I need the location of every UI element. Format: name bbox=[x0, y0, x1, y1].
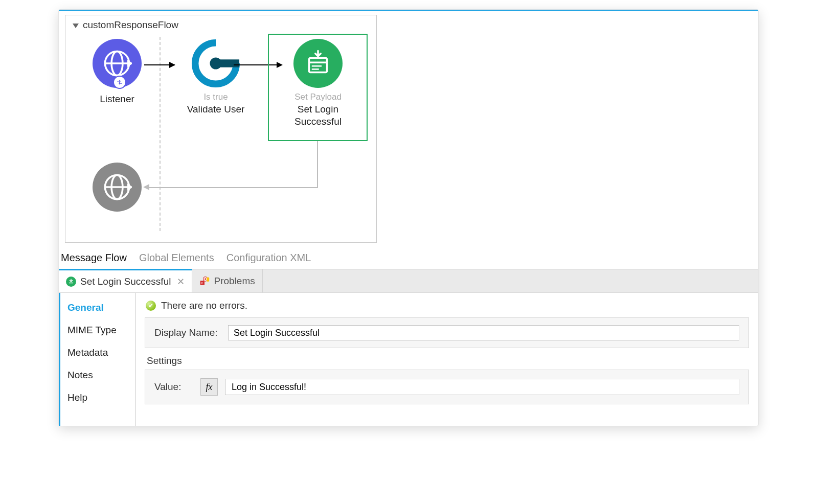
flow-body: Listener Is true Validate User bbox=[73, 34, 369, 233]
set-payload-icon bbox=[293, 39, 343, 88]
side-tab-help[interactable]: Help bbox=[67, 392, 128, 403]
fx-label: fx bbox=[206, 382, 213, 393]
value-input[interactable] bbox=[225, 379, 739, 395]
node-set-payload[interactable]: Set Payload Set Login Successful bbox=[275, 39, 361, 128]
node-validate-title: Validate User bbox=[175, 103, 257, 116]
side-tab-general[interactable]: General bbox=[67, 302, 128, 313]
listener-icon bbox=[93, 39, 142, 88]
node-listener-title: Listener bbox=[84, 93, 150, 105]
properties-main: ✔ There are no errors. Display Name: Set… bbox=[135, 293, 758, 426]
settings-title: Settings bbox=[147, 355, 749, 366]
node-listener[interactable]: Listener bbox=[84, 39, 150, 105]
properties-tab-set-payload[interactable]: Set Login Successful ✕ bbox=[59, 269, 192, 292]
close-icon[interactable]: ✕ bbox=[175, 276, 185, 287]
svg-rect-5 bbox=[220, 59, 239, 67]
properties-tab-problems[interactable]: x Problems bbox=[192, 269, 262, 292]
properties-tabbar: Set Login Successful ✕ x Problems bbox=[59, 269, 758, 293]
node-validate-user[interactable]: Is true Validate User bbox=[175, 39, 257, 116]
validation-message: ✔ There are no errors. bbox=[146, 300, 749, 311]
no-errors-text: There are no errors. bbox=[161, 300, 247, 311]
node-validate-subtitle: Is true bbox=[175, 92, 257, 102]
flow-name: customResponseFlow bbox=[83, 19, 178, 31]
tab-global-elements[interactable]: Global Elements bbox=[139, 252, 214, 264]
side-tab-metadata[interactable]: Metadata bbox=[67, 347, 128, 358]
display-name-fieldset: Display Name: bbox=[145, 317, 749, 348]
return-line-horizontal bbox=[149, 187, 318, 188]
properties-side-tabs: General MIME Type Metadata Notes Help bbox=[59, 293, 135, 426]
listener-response-badge-icon bbox=[113, 76, 126, 89]
return-line-vertical bbox=[317, 141, 318, 187]
phase-separator bbox=[160, 37, 161, 231]
node-setpayload-title: Set Login Successful bbox=[275, 103, 361, 128]
tab-message-flow[interactable]: Message Flow bbox=[61, 252, 127, 264]
tab-configuration-xml[interactable]: Configuration XML bbox=[226, 252, 311, 264]
display-name-label: Display Name: bbox=[154, 327, 221, 338]
svg-point-18 bbox=[205, 278, 206, 280]
node-setpayload-subtitle: Set Payload bbox=[275, 92, 361, 102]
side-tab-notes[interactable]: Notes bbox=[67, 370, 128, 381]
properties-tab-problems-label: Problems bbox=[214, 276, 255, 287]
flow-header[interactable]: customResponseFlow bbox=[73, 19, 369, 31]
node-response[interactable] bbox=[84, 163, 150, 212]
flow-panel[interactable]: customResponseFlow bbox=[65, 15, 377, 243]
fx-button[interactable]: fx bbox=[200, 378, 218, 396]
response-icon bbox=[93, 163, 142, 212]
globe-icon bbox=[102, 49, 132, 78]
collapse-triangle-icon[interactable] bbox=[73, 24, 79, 28]
flow-canvas[interactable]: customResponseFlow bbox=[59, 10, 758, 269]
choice-icon bbox=[191, 39, 240, 88]
properties-body: General MIME Type Metadata Notes Help ✔ … bbox=[59, 293, 758, 426]
value-label: Value: bbox=[154, 381, 193, 393]
canvas-tab-bar: Message Flow Global Elements Configurati… bbox=[59, 249, 758, 269]
arrow-listener-to-validate bbox=[144, 64, 175, 65]
side-tab-mime-type[interactable]: MIME Type bbox=[67, 325, 128, 336]
app-window: customResponseFlow bbox=[58, 9, 759, 426]
set-payload-tab-icon bbox=[66, 277, 76, 287]
problems-icon: x bbox=[199, 276, 210, 286]
settings-fieldset: Value: fx bbox=[145, 370, 749, 404]
ok-check-icon: ✔ bbox=[146, 301, 156, 311]
properties-panel: Set Login Successful ✕ x Problems bbox=[59, 269, 758, 426]
display-name-input[interactable] bbox=[228, 325, 739, 340]
properties-tab-set-payload-label: Set Login Successful bbox=[80, 276, 171, 287]
svg-rect-19 bbox=[207, 277, 210, 281]
